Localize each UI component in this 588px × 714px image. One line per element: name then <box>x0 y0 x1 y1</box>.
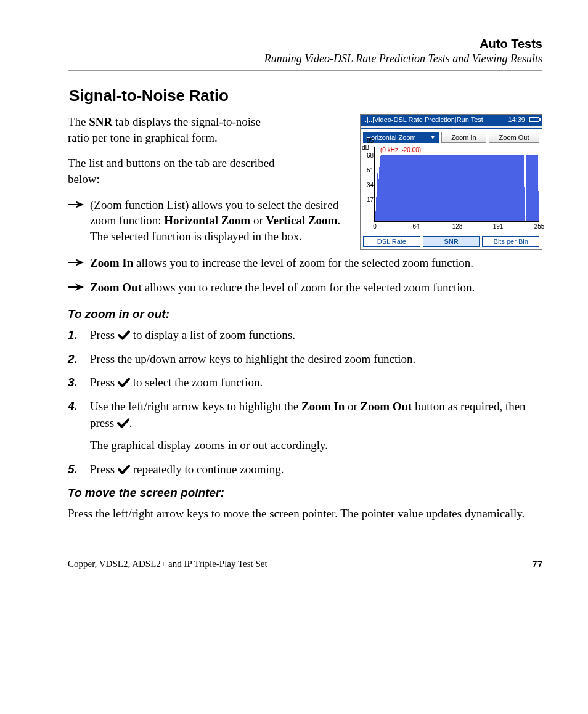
bullet-zoom-list: (Zoom function List) allows you to selec… <box>68 197 542 245</box>
zoom-out-button[interactable]: Zoom Out <box>489 132 539 143</box>
battery-icon <box>529 117 539 122</box>
y-tick: 85 <box>364 137 374 144</box>
footer-product: Copper, VDSL2, ADSL2+ and IP Triple-Play… <box>68 559 267 569</box>
page-header-subtitle: Running Video-DSL Rate Prediction Tests … <box>68 52 542 65</box>
arrow-icon <box>68 258 84 267</box>
bullet-zoom-in: Zoom In allows you to increase the level… <box>68 255 542 271</box>
check-icon <box>118 378 130 387</box>
check-icon <box>117 418 129 428</box>
header-rule <box>68 70 542 71</box>
pointer-procedure-heading: To move the screen pointer: <box>68 486 542 500</box>
step-3: Press to select the zoom function. <box>68 375 542 391</box>
intro-paragraph-2: The list and buttons on the tab are desc… <box>68 155 277 187</box>
bullet-zoom-out: Zoom Out allows you to reduce the level … <box>68 280 542 296</box>
y-axis-unit: dB <box>362 144 369 151</box>
zoom-procedure-heading: To zoom in or out: <box>68 307 542 321</box>
section-heading: Signal-to-Noise Ratio <box>69 86 542 105</box>
y-tick: 34 <box>364 182 374 189</box>
arrow-icon <box>68 282 84 292</box>
step-1: Press to display a list of zoom function… <box>68 327 542 344</box>
step-2: Press the up/down arrow keys to highligh… <box>68 351 542 368</box>
arrow-icon <box>68 200 84 209</box>
screenshot-breadcrumb: ..|..|Video-DSL Rate Prediction|Run Test <box>363 116 483 123</box>
step-4: Use the left/right arrow keys to highlig… <box>68 399 542 454</box>
zoom-function-select[interactable]: Horizontal Zoom ▼ <box>363 132 439 143</box>
zoom-in-button[interactable]: Zoom In <box>441 132 486 143</box>
step-5: Press repeatedly to continue zooming. <box>68 461 542 478</box>
y-tick: 68 <box>364 152 374 159</box>
page-header-title: Auto Tests <box>68 37 542 51</box>
step-4-result: The graphical display zooms in or out ac… <box>90 437 542 454</box>
check-icon <box>118 330 130 340</box>
footer-page-number: 77 <box>532 559 542 569</box>
zoom-function-label: Horizontal Zoom <box>366 134 416 141</box>
y-tick: 51 <box>364 167 374 174</box>
screenshot-clock: 14:39 <box>508 116 525 123</box>
intro-paragraph-1: The SNR tab displays the signal-to-noise… <box>68 114 277 145</box>
chevron-down-icon: ▼ <box>430 134 436 140</box>
check-icon <box>118 465 130 474</box>
pointer-body: Press the left/right arrow keys to move … <box>68 506 542 522</box>
